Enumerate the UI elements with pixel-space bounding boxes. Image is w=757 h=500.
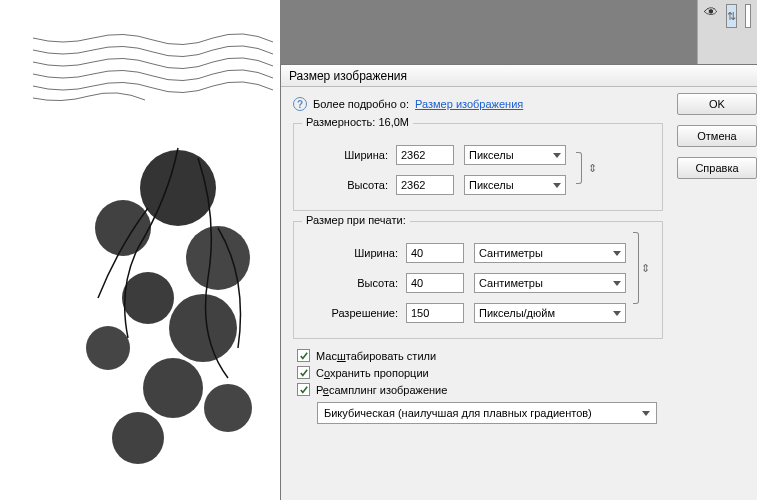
width-unit-select[interactable]: Пикселы — [464, 145, 566, 165]
check-icon — [300, 369, 308, 377]
check-icon — [300, 352, 308, 360]
svg-point-7 — [143, 358, 203, 418]
info-icon: ? — [293, 97, 307, 111]
dialog-title: Размер изображения — [281, 65, 757, 87]
hint-text: Более подробно о: — [313, 98, 409, 110]
pixel-dimensions-title: Размерность: 16,0M — [302, 116, 413, 128]
chevron-down-icon — [553, 183, 561, 188]
width-input[interactable] — [396, 145, 454, 165]
resample-label: Ресамплинг изображение — [316, 384, 447, 396]
chevron-down-icon — [613, 251, 621, 256]
document-canvas — [0, 0, 280, 500]
chain-link-icon: ⇕ — [588, 162, 597, 175]
chevron-down-icon — [642, 411, 650, 416]
hint-link[interactable]: Размер изображения — [415, 98, 523, 110]
dialog-buttons: OK Отмена Справка — [677, 87, 757, 179]
visibility-eye-icon[interactable]: 👁 — [704, 4, 718, 20]
chain-link-icon: ⇕ — [641, 262, 650, 275]
layers-strip: 👁 ⇅ — [697, 0, 757, 64]
scale-styles-checkbox[interactable] — [297, 349, 310, 362]
svg-point-8 — [204, 384, 252, 432]
constrain-proportions-checkbox[interactable] — [297, 366, 310, 379]
svg-point-5 — [169, 294, 237, 362]
cancel-button[interactable]: Отмена — [677, 125, 757, 147]
scale-styles-label: Масштабировать стили — [316, 350, 436, 362]
print-size-title: Размер при печати: — [302, 214, 410, 226]
resample-checkbox[interactable] — [297, 383, 310, 396]
print-size-group: Размер при печати: Ширина: Сантиметры Вы… — [293, 221, 663, 339]
resample-method-select[interactable]: Бикубическая (наилучшая для плавных град… — [317, 402, 657, 424]
chevron-down-icon — [613, 311, 621, 316]
chevron-down-icon — [613, 281, 621, 286]
print-constrain-link-icon — [632, 232, 639, 304]
print-height-input[interactable] — [406, 273, 464, 293]
chevron-down-icon — [553, 153, 561, 158]
svg-point-6 — [86, 326, 130, 370]
constrain-proportions-label: Сохранить пропорции — [316, 367, 429, 379]
ok-button[interactable]: OK — [677, 93, 757, 115]
height-unit-select[interactable]: Пикселы — [464, 175, 566, 195]
check-icon — [300, 386, 308, 394]
resolution-input[interactable] — [406, 303, 464, 323]
svg-point-2 — [95, 200, 151, 256]
print-width-input[interactable] — [406, 243, 464, 263]
link-swatch[interactable]: ⇅ — [726, 4, 737, 28]
help-button[interactable]: Справка — [677, 157, 757, 179]
image-preview — [28, 28, 276, 496]
print-height-unit-select[interactable]: Сантиметры — [474, 273, 626, 293]
svg-point-1 — [140, 150, 216, 226]
resolution-unit-select[interactable]: Пикселы/дюйм — [474, 303, 626, 323]
pixel-dimensions-group: Размерность: 16,0M Ширина: Пикселы Высот… — [293, 123, 663, 211]
print-height-label: Высота: — [306, 277, 406, 289]
print-width-label: Ширина: — [306, 247, 406, 259]
resolution-label: Разрешение: — [306, 307, 406, 319]
height-label: Высота: — [306, 179, 396, 191]
svg-point-4 — [122, 272, 174, 324]
height-input[interactable] — [396, 175, 454, 195]
print-width-unit-select[interactable]: Сантиметры — [474, 243, 626, 263]
image-size-dialog: Размер изображения OK Отмена Справка ? Б… — [280, 64, 757, 500]
svg-point-9 — [112, 412, 164, 464]
svg-point-3 — [186, 226, 250, 290]
width-label: Ширина: — [306, 149, 396, 161]
constrain-link-icon — [572, 152, 586, 184]
layer-thumb[interactable] — [745, 4, 751, 28]
